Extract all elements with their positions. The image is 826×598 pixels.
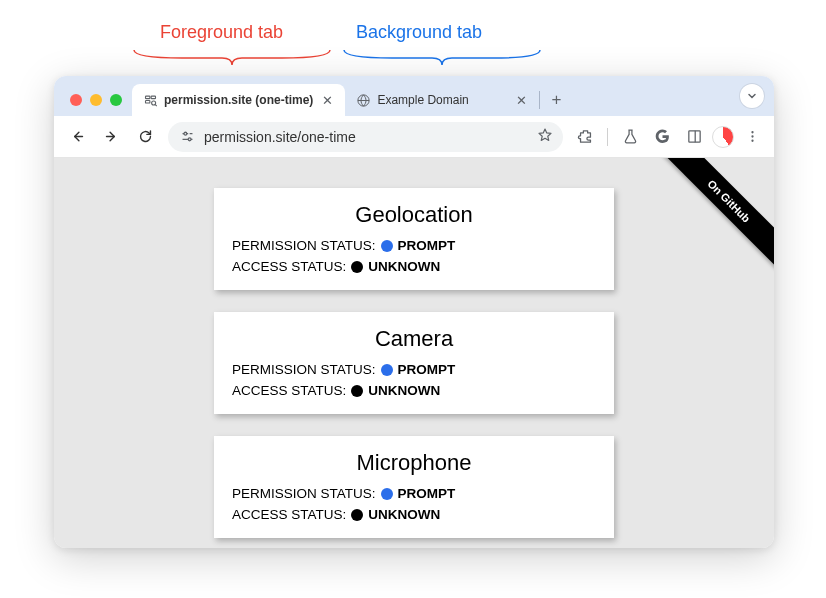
row-value: PROMPT [398,238,456,253]
card-title: Geolocation [232,202,596,228]
status-dot-icon [351,509,363,521]
tab-title: permission.site (one-time) [164,93,313,107]
row-label: ACCESS STATUS: [232,383,346,398]
close-tab-icon[interactable]: ✕ [319,92,335,108]
site-settings-icon [142,92,158,108]
permission-card-microphone: Microphone PERMISSION STATUS: PROMPT ACC… [214,436,614,538]
back-button[interactable] [62,122,92,152]
tab-strip: permission.site (one-time) ✕ Example Dom… [54,76,774,116]
tab-divider [539,91,540,109]
access-status-row: ACCESS STATUS: UNKNOWN [232,383,596,398]
toolbar: permission.site/one-time [54,116,774,158]
status-dot-icon [351,261,363,273]
row-value: UNKNOWN [368,507,440,522]
menu-button[interactable] [738,123,766,151]
status-dot-icon [381,488,393,500]
status-dot-icon [381,364,393,376]
row-label: PERMISSION STATUS: [232,238,376,253]
github-link[interactable]: On GitHub [653,158,774,277]
foreground-tab-label: Foreground tab [160,22,283,43]
row-value: UNKNOWN [368,259,440,274]
row-label: ACCESS STATUS: [232,507,346,522]
forward-button[interactable] [96,122,126,152]
row-value: PROMPT [398,362,456,377]
page-content[interactable]: On GitHub Geolocation PERMISSION STATUS:… [54,158,774,548]
permission-status-row: PERMISSION STATUS: PROMPT [232,486,596,501]
svg-rect-2 [145,100,149,103]
row-label: PERMISSION STATUS: [232,362,376,377]
reader-mode-button[interactable] [680,123,708,151]
tab-title: Example Domain [377,93,507,107]
row-value: UNKNOWN [368,383,440,398]
svg-point-8 [751,131,753,133]
status-dot-icon [381,240,393,252]
svg-rect-0 [145,96,149,99]
tab-background[interactable]: Example Domain ✕ [345,84,539,116]
minimize-window-button[interactable] [90,94,102,106]
access-status-row: ACCESS STATUS: UNKNOWN [232,259,596,274]
new-tab-button[interactable]: + [542,86,570,114]
svg-rect-7 [688,131,699,142]
permission-status-row: PERMISSION STATUS: PROMPT [232,362,596,377]
bookmark-star-icon[interactable] [537,127,553,146]
extensions-button[interactable] [571,123,599,151]
card-title: Camera [232,326,596,352]
card-title: Microphone [232,450,596,476]
url-text: permission.site/one-time [204,129,529,145]
svg-point-9 [751,135,753,137]
row-label: PERMISSION STATUS: [232,486,376,501]
svg-point-3 [151,101,155,105]
google-button[interactable] [648,123,676,151]
window-controls [62,94,132,116]
close-tab-icon[interactable]: ✕ [513,92,529,108]
globe-icon [355,92,371,108]
browser-window: permission.site (one-time) ✕ Example Dom… [54,76,774,548]
row-label: ACCESS STATUS: [232,259,346,274]
svg-point-6 [188,138,191,141]
site-info-icon[interactable] [178,128,196,146]
tab-dropdown-button[interactable] [740,84,764,108]
github-ribbon: On GitHub [644,158,774,288]
foreground-brace [132,48,332,66]
toolbar-separator [607,128,608,146]
labs-button[interactable] [616,123,644,151]
row-value: PROMPT [398,486,456,501]
address-bar[interactable]: permission.site/one-time [168,122,563,152]
access-status-row: ACCESS STATUS: UNKNOWN [232,507,596,522]
maximize-window-button[interactable] [110,94,122,106]
permission-status-row: PERMISSION STATUS: PROMPT [232,238,596,253]
tab-foreground[interactable]: permission.site (one-time) ✕ [132,84,345,116]
svg-point-10 [751,140,753,142]
background-brace [342,48,542,66]
close-window-button[interactable] [70,94,82,106]
profile-avatar[interactable] [712,126,734,148]
background-tab-label: Background tab [356,22,482,43]
svg-rect-1 [151,96,155,99]
permission-card-geolocation: Geolocation PERMISSION STATUS: PROMPT AC… [214,188,614,290]
svg-point-5 [183,132,186,135]
permission-card-camera: Camera PERMISSION STATUS: PROMPT ACCESS … [214,312,614,414]
reload-button[interactable] [130,122,160,152]
status-dot-icon [351,385,363,397]
